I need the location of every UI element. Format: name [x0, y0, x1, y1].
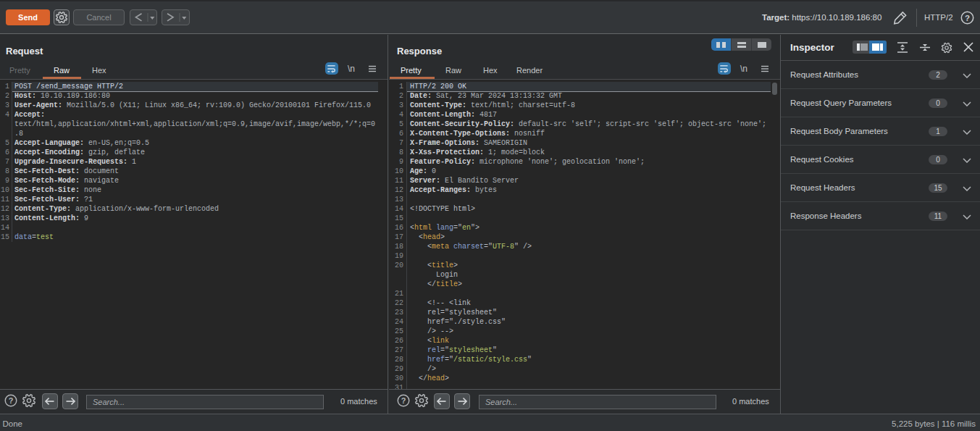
svg-text:?: ? — [9, 396, 14, 405]
svg-text:?: ? — [401, 396, 406, 405]
svg-text:?: ? — [965, 14, 970, 22]
